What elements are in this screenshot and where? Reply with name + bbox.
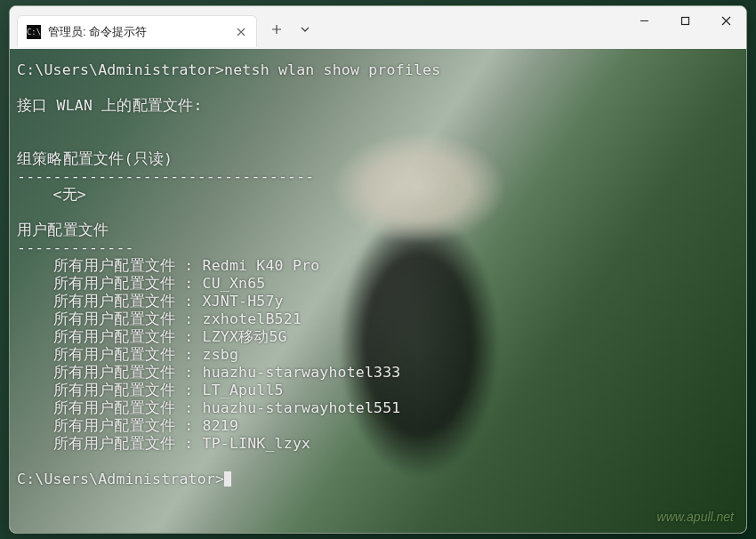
group-policy-none: <无> [17,186,86,203]
maximize-button[interactable] [664,6,705,35]
divider: --------------------------------- [17,168,314,185]
section-group-policy: 组策略配置文件(只读) [17,150,173,167]
watermark: www.apull.net [657,510,734,524]
svg-rect-0 [681,17,688,24]
close-icon [237,28,245,36]
minimize-button[interactable] [623,6,664,35]
cursor [224,471,231,487]
tab-active[interactable]: C:\ 管理员: 命令提示符 [17,15,257,47]
close-icon [721,16,731,26]
terminal-area[interactable]: C:\Users\Administrator>netsh wlan show p… [10,49,746,533]
plus-icon [271,24,282,35]
tab-close-button[interactable] [233,24,249,40]
terminal-output: C:\Users\Administrator>netsh wlan show p… [10,49,746,501]
maximize-icon [680,16,690,26]
minimize-icon [639,16,649,26]
final-prompt: C:\Users\Administrator> [17,471,231,487]
section-interface: 接口 WLAN 上的配置文件: [17,97,203,114]
profile-list: 所有用户配置文件 : Redmi K40 Pro 所有用户配置文件 : CU_X… [17,257,400,452]
terminal-window: C:\ 管理员: 命令提示符 C:\Users\Administrator>ne… [9,5,747,534]
cmd-icon: C:\ [27,25,41,39]
titlebar[interactable]: C:\ 管理员: 命令提示符 [10,6,746,49]
new-tab-button[interactable] [262,15,291,44]
tab-dropdown-button[interactable] [291,15,319,44]
chevron-down-icon [301,27,310,32]
window-controls [623,6,746,42]
tab-title: 管理员: 命令提示符 [48,24,233,40]
prompt-line: C:\Users\Administrator>netsh wlan show p… [17,61,440,78]
divider: ------------- [17,239,134,256]
section-user: 用户配置文件 [17,221,109,238]
close-button[interactable] [705,6,746,35]
